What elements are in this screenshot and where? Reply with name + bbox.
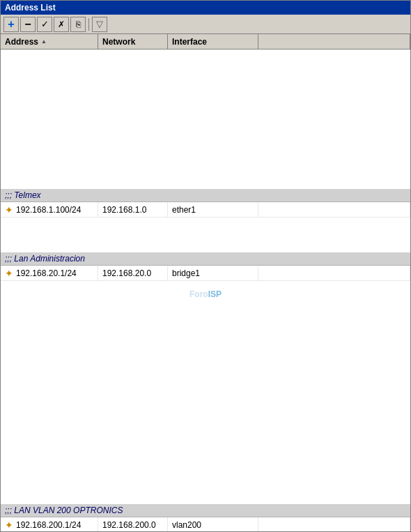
cell-extra-vlan200 — [258, 517, 410, 531]
interface-value-lan-admin: bridge1 — [172, 268, 200, 278]
copy-button[interactable]: ⎘ — [70, 17, 86, 32]
filter-button[interactable]: ▽ — [92, 17, 107, 32]
window-title: Address List — [5, 3, 56, 13]
cell-extra-lan-admin — [258, 266, 410, 280]
cell-network-lan-admin: 192.168.20.0 — [98, 266, 168, 280]
section-label-telmex: ;;; Telmex — [5, 190, 41, 200]
network-value-vlan200: 192.168.200.0 — [102, 520, 156, 530]
address-value-telmex: 192.168.1.100/24 — [16, 205, 81, 215]
cell-address-telmex: ✦ 192.168.1.100/24 — [1, 202, 98, 217]
add-button[interactable]: + — [3, 17, 19, 32]
remove-button[interactable]: − — [20, 17, 36, 32]
section-header-vlan200: ;;; LAN VLAN 200 OPTRONICS — [1, 504, 410, 517]
table-body[interactable]: ForoISP ;;; Telmex ✦ 192.168.1.100/24 19… — [1, 50, 410, 531]
cell-interface-lan-admin: bridge1 — [168, 266, 258, 280]
network-value-telmex: 192.168.1.0 — [102, 205, 146, 215]
interface-value-vlan200: vlan200 — [172, 520, 201, 530]
cell-address-vlan200: ✦ 192.168.200.1/24 — [1, 517, 98, 531]
table-row[interactable]: ✦ 192.168.1.100/24 192.168.1.0 ether1 — [1, 202, 410, 218]
empty-space-mid2 — [1, 281, 410, 504]
col-header-interface[interactable]: Interface — [168, 34, 258, 49]
table-row[interactable]: ✦ 192.168.200.1/24 192.168.200.0 vlan200 — [1, 517, 410, 531]
row-icon-lan-admin: ✦ — [5, 268, 13, 279]
empty-space-top — [1, 50, 410, 189]
cell-network-vlan200: 192.168.200.0 — [98, 517, 168, 531]
col-address-label: Address — [5, 37, 38, 47]
add-icon: + — [8, 18, 14, 31]
main-window: Address List + − ✓ ✗ ⎘ ▽ Address ▲ Netwo… — [0, 0, 411, 532]
table-row[interactable]: ✦ 192.168.20.1/24 192.168.20.0 bridge1 — [1, 266, 410, 281]
table-header: Address ▲ Network Interface — [1, 34, 410, 50]
row-icon-vlan200: ✦ — [5, 519, 13, 531]
filter-icon: ▽ — [96, 19, 103, 29]
toolbar-separator — [88, 18, 89, 31]
cross-icon: ✗ — [58, 20, 65, 29]
section-label-vlan200: ;;; LAN VLAN 200 OPTRONICS — [5, 506, 123, 515]
col-network-label: Network — [102, 37, 135, 47]
col-header-extra — [258, 34, 410, 49]
cell-address-lan-admin: ✦ 192.168.20.1/24 — [1, 266, 98, 280]
section-header-lan-admin: ;;; Lan Administracion — [1, 252, 410, 266]
sort-arrow-icon: ▲ — [41, 38, 47, 45]
section-header-telmex: ;;; Telmex — [1, 189, 410, 202]
cell-interface-vlan200: vlan200 — [168, 517, 258, 531]
toolbar: + − ✓ ✗ ⎘ ▽ — [1, 15, 410, 34]
uncheck-button[interactable]: ✗ — [54, 17, 69, 32]
cell-extra-telmex — [258, 202, 410, 217]
col-interface-label: Interface — [172, 37, 207, 47]
row-icon-telmex: ✦ — [5, 204, 13, 215]
network-value-lan-admin: 192.168.20.0 — [102, 268, 151, 278]
address-value-lan-admin: 192.168.20.1/24 — [16, 268, 77, 278]
cell-network-telmex: 192.168.1.0 — [98, 202, 168, 217]
cell-interface-telmex: ether1 — [168, 202, 258, 217]
interface-value-telmex: ether1 — [172, 205, 196, 215]
address-value-vlan200: 192.168.200.1/24 — [16, 520, 81, 530]
checkmark-icon: ✓ — [41, 19, 49, 29]
copy-icon: ⎘ — [76, 20, 81, 29]
col-header-address[interactable]: Address ▲ — [1, 34, 98, 49]
empty-space-mid1 — [1, 218, 410, 252]
minus-icon: − — [24, 18, 31, 31]
section-label-lan-admin: ;;; Lan Administracion — [5, 254, 85, 264]
col-header-network[interactable]: Network — [98, 34, 168, 49]
check-button[interactable]: ✓ — [37, 17, 52, 32]
title-bar: Address List — [1, 1, 410, 15]
